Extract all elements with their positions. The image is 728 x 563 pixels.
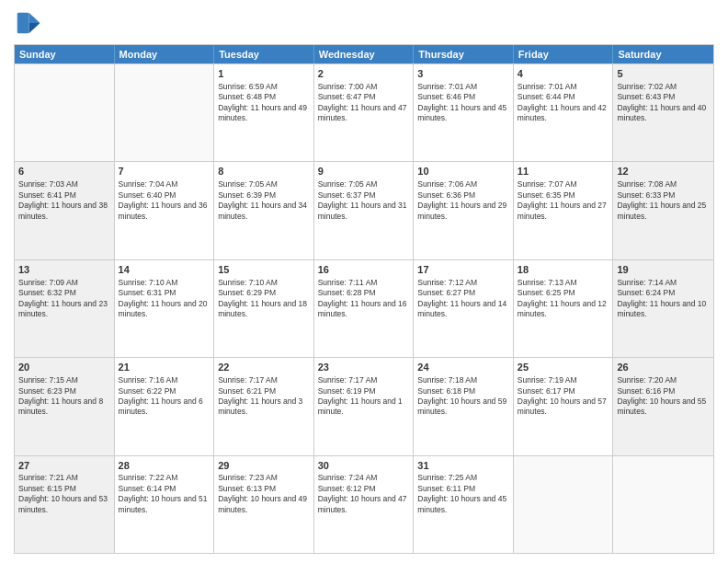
calendar-cell xyxy=(613,456,713,553)
sunrise-text: Sunrise: 7:05 AM xyxy=(218,179,278,189)
calendar-header-cell: Saturday xyxy=(613,45,713,63)
day-number: 1 xyxy=(218,67,310,81)
sunset-text: Sunset: 6:17 PM xyxy=(518,386,575,396)
day-number: 30 xyxy=(318,459,410,473)
day-number: 2 xyxy=(318,67,410,81)
page: SundayMondayTuesdayWednesdayThursdayFrid… xyxy=(0,0,728,563)
day-number: 20 xyxy=(18,361,110,374)
day-number: 8 xyxy=(218,165,310,178)
sunset-text: Sunset: 6:11 PM xyxy=(417,484,475,493)
calendar-cell: 29Sunrise: 7:23 AMSunset: 6:13 PMDayligh… xyxy=(214,456,314,553)
daylight-text: Daylight: 11 hours and 40 minutes. xyxy=(617,103,706,122)
svg-rect-2 xyxy=(17,13,29,34)
calendar-cell: 14Sunrise: 7:10 AMSunset: 6:31 PMDayligh… xyxy=(115,260,215,357)
calendar-week: 6Sunrise: 7:03 AMSunset: 6:41 PMDaylight… xyxy=(15,161,713,259)
day-number: 26 xyxy=(617,361,710,374)
calendar-cell: 17Sunrise: 7:12 AMSunset: 6:27 PMDayligh… xyxy=(414,260,514,357)
day-number: 19 xyxy=(617,263,710,277)
daylight-text: Daylight: 11 hours and 29 minutes. xyxy=(417,201,506,220)
calendar-header-cell: Monday xyxy=(115,45,215,63)
sunset-text: Sunset: 6:23 PM xyxy=(18,386,76,396)
calendar-cell: 6Sunrise: 7:03 AMSunset: 6:41 PMDaylight… xyxy=(15,162,115,259)
daylight-text: Daylight: 11 hours and 34 minutes. xyxy=(218,201,307,220)
calendar-cell: 1Sunrise: 6:59 AMSunset: 6:48 PMDaylight… xyxy=(214,64,314,161)
day-number: 15 xyxy=(218,263,310,277)
sunset-text: Sunset: 6:25 PM xyxy=(518,288,575,297)
day-number: 21 xyxy=(119,361,210,374)
day-number: 14 xyxy=(119,263,210,277)
calendar-cell xyxy=(15,64,115,161)
day-number: 28 xyxy=(119,459,210,473)
sunset-text: Sunset: 6:22 PM xyxy=(119,386,176,396)
sunrise-text: Sunrise: 7:08 AM xyxy=(617,179,677,189)
sunrise-text: Sunrise: 7:20 AM xyxy=(617,375,677,385)
sunrise-text: Sunrise: 7:02 AM xyxy=(617,82,677,91)
sunrise-text: Sunrise: 7:16 AM xyxy=(119,375,178,385)
daylight-text: Daylight: 11 hours and 6 minutes. xyxy=(119,396,203,416)
day-number: 6 xyxy=(18,165,110,178)
header xyxy=(14,9,714,37)
day-number: 9 xyxy=(318,165,410,178)
sunset-text: Sunset: 6:43 PM xyxy=(617,92,675,101)
day-number: 4 xyxy=(518,67,609,81)
daylight-text: Daylight: 11 hours and 8 minutes. xyxy=(18,396,103,416)
calendar-cell: 20Sunrise: 7:15 AMSunset: 6:23 PMDayligh… xyxy=(15,358,115,454)
calendar-cell xyxy=(514,456,614,553)
sunrise-text: Sunrise: 7:12 AM xyxy=(417,278,477,287)
calendar-cell: 5Sunrise: 7:02 AMSunset: 6:43 PMDaylight… xyxy=(613,64,713,161)
daylight-text: Daylight: 10 hours and 47 minutes. xyxy=(318,494,407,513)
calendar-header-cell: Thursday xyxy=(414,45,514,63)
sunrise-text: Sunrise: 7:15 AM xyxy=(18,375,78,385)
day-number: 17 xyxy=(417,263,509,277)
day-number: 25 xyxy=(518,361,609,374)
logo xyxy=(14,9,45,37)
calendar-cell: 26Sunrise: 7:20 AMSunset: 6:16 PMDayligh… xyxy=(613,358,713,454)
calendar-body: 1Sunrise: 6:59 AMSunset: 6:48 PMDaylight… xyxy=(15,63,713,553)
calendar-cell: 2Sunrise: 7:00 AMSunset: 6:47 PMDaylight… xyxy=(314,64,415,161)
sunrise-text: Sunrise: 7:22 AM xyxy=(119,473,178,482)
daylight-text: Daylight: 11 hours and 49 minutes. xyxy=(218,103,307,122)
daylight-text: Daylight: 11 hours and 25 minutes. xyxy=(617,201,706,220)
sunrise-text: Sunrise: 7:07 AM xyxy=(518,179,577,189)
sunrise-text: Sunrise: 7:10 AM xyxy=(218,278,278,287)
sunrise-text: Sunrise: 7:03 AM xyxy=(18,179,78,189)
day-number: 24 xyxy=(417,361,509,374)
sunset-text: Sunset: 6:28 PM xyxy=(318,288,376,297)
calendar-cell: 22Sunrise: 7:17 AMSunset: 6:21 PMDayligh… xyxy=(214,358,314,454)
sunset-text: Sunset: 6:29 PM xyxy=(218,288,276,297)
sunset-text: Sunset: 6:24 PM xyxy=(617,288,675,297)
calendar-cell: 16Sunrise: 7:11 AMSunset: 6:28 PMDayligh… xyxy=(314,260,415,357)
daylight-text: Daylight: 11 hours and 20 minutes. xyxy=(119,299,208,318)
daylight-text: Daylight: 11 hours and 10 minutes. xyxy=(617,299,706,318)
sunrise-text: Sunrise: 7:06 AM xyxy=(417,179,477,189)
calendar-cell: 8Sunrise: 7:05 AMSunset: 6:39 PMDaylight… xyxy=(214,162,314,259)
day-number: 10 xyxy=(417,165,509,178)
sunrise-text: Sunrise: 7:01 AM xyxy=(417,82,477,91)
calendar-cell: 28Sunrise: 7:22 AMSunset: 6:14 PMDayligh… xyxy=(115,456,215,553)
sunrise-text: Sunrise: 7:17 AM xyxy=(318,375,378,385)
daylight-text: Daylight: 11 hours and 47 minutes. xyxy=(318,103,407,122)
day-number: 12 xyxy=(617,165,710,178)
sunset-text: Sunset: 6:41 PM xyxy=(18,190,76,200)
day-number: 7 xyxy=(119,165,210,178)
calendar-week: 13Sunrise: 7:09 AMSunset: 6:32 PMDayligh… xyxy=(15,259,713,357)
calendar-cell: 10Sunrise: 7:06 AMSunset: 6:36 PMDayligh… xyxy=(414,162,514,259)
sunrise-text: Sunrise: 7:11 AM xyxy=(318,278,378,287)
sunrise-text: Sunrise: 7:01 AM xyxy=(518,82,577,91)
daylight-text: Daylight: 11 hours and 23 minutes. xyxy=(18,299,108,318)
daylight-text: Daylight: 10 hours and 49 minutes. xyxy=(218,494,307,513)
day-number: 22 xyxy=(218,361,310,374)
calendar-cell: 13Sunrise: 7:09 AMSunset: 6:32 PMDayligh… xyxy=(15,260,115,357)
sunset-text: Sunset: 6:16 PM xyxy=(617,386,675,396)
calendar-cell: 9Sunrise: 7:05 AMSunset: 6:37 PMDaylight… xyxy=(314,162,415,259)
day-number: 29 xyxy=(218,459,310,473)
daylight-text: Daylight: 10 hours and 53 minutes. xyxy=(18,494,108,513)
calendar-header-row: SundayMondayTuesdayWednesdayThursdayFrid… xyxy=(15,45,713,63)
sunset-text: Sunset: 6:27 PM xyxy=(417,288,475,297)
sunrise-text: Sunrise: 7:17 AM xyxy=(218,375,278,385)
day-number: 11 xyxy=(518,165,609,178)
sunrise-text: Sunrise: 7:10 AM xyxy=(119,278,178,287)
sunset-text: Sunset: 6:13 PM xyxy=(218,484,276,493)
daylight-text: Daylight: 11 hours and 31 minutes. xyxy=(318,201,407,220)
sunset-text: Sunset: 6:47 PM xyxy=(318,92,376,101)
